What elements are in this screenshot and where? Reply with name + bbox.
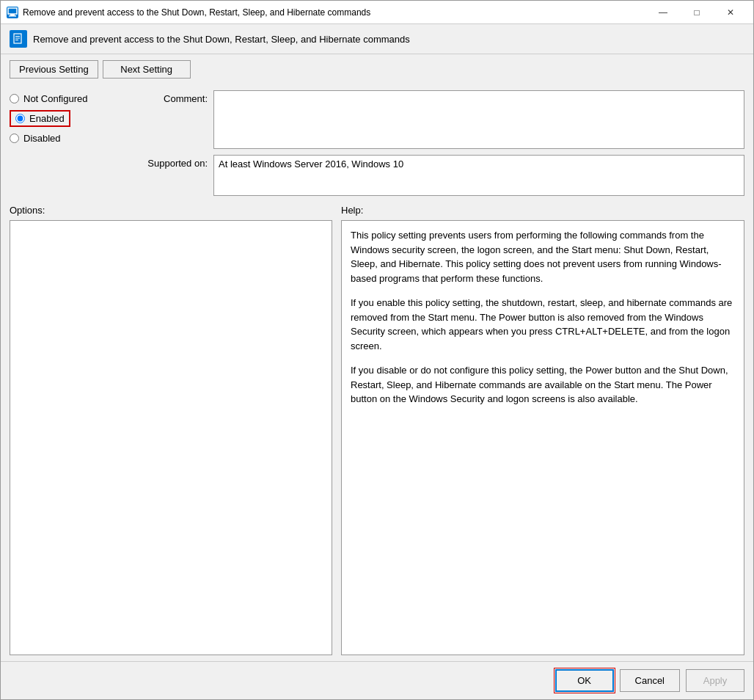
supported-field-group: Supported on: At least Windows Server 20… bbox=[134, 155, 744, 196]
close-button[interactable]: ✕ bbox=[714, 1, 747, 24]
comment-textarea[interactable] bbox=[213, 90, 744, 149]
apply-button[interactable]: Apply bbox=[686, 669, 744, 692]
header-bar: Remove and prevent access to the Shut Do… bbox=[1, 24, 753, 54]
svg-rect-5 bbox=[15, 38, 20, 39]
supported-value: At least Windows Server 2016, Windows 10 bbox=[213, 155, 744, 196]
ok-button[interactable]: OK bbox=[555, 669, 614, 692]
enabled-box: Enabled bbox=[10, 110, 70, 127]
comment-label: Comment: bbox=[134, 90, 208, 104]
options-label: Options: bbox=[10, 205, 332, 216]
bottom-section: Options: Help: This policy setting preve… bbox=[10, 205, 744, 655]
help-para-3: If you disable or do not configure this … bbox=[351, 363, 735, 406]
help-para-1: This policy setting prevents users from … bbox=[351, 228, 735, 285]
options-box bbox=[10, 220, 332, 655]
options-panel: Options: bbox=[10, 205, 332, 655]
next-setting-button[interactable]: Next Setting bbox=[103, 60, 191, 79]
disabled-label: Disabled bbox=[23, 133, 61, 144]
minimize-button[interactable]: — bbox=[646, 1, 680, 24]
svg-rect-2 bbox=[9, 15, 16, 17]
footer: OK Cancel Apply bbox=[1, 661, 753, 699]
app-icon bbox=[7, 7, 18, 18]
supported-label: Supported on: bbox=[134, 155, 208, 169]
main-window: Remove and prevent access to the Shut Do… bbox=[0, 0, 754, 700]
cancel-button[interactable]: Cancel bbox=[620, 669, 680, 692]
content-area: Not Configured Enabled Disabled Comment: bbox=[1, 84, 753, 661]
not-configured-radio[interactable] bbox=[10, 94, 19, 103]
window-controls: — □ ✕ bbox=[646, 1, 747, 24]
svg-rect-0 bbox=[8, 8, 17, 14]
disabled-option[interactable]: Disabled bbox=[10, 133, 134, 144]
maximize-button[interactable]: □ bbox=[680, 1, 714, 24]
top-section: Not Configured Enabled Disabled Comment: bbox=[10, 90, 744, 196]
not-configured-option[interactable]: Not Configured bbox=[10, 93, 134, 104]
window-title: Remove and prevent access to the Shut Do… bbox=[23, 7, 646, 18]
svg-rect-4 bbox=[15, 36, 20, 37]
enabled-radio[interactable] bbox=[15, 114, 25, 123]
policy-icon bbox=[10, 30, 27, 48]
enabled-label: Enabled bbox=[29, 113, 65, 124]
disabled-radio[interactable] bbox=[10, 134, 19, 143]
help-box: This policy setting prevents users from … bbox=[341, 220, 744, 655]
help-label: Help: bbox=[341, 205, 744, 216]
help-panel: Help: This policy setting prevents users… bbox=[341, 205, 744, 655]
comment-field-group: Comment: bbox=[134, 90, 744, 149]
nav-bar: Previous Setting Next Setting bbox=[1, 54, 753, 84]
svg-rect-6 bbox=[15, 40, 18, 40]
enabled-option[interactable]: Enabled bbox=[10, 110, 134, 127]
not-configured-label: Not Configured bbox=[23, 93, 87, 104]
comment-section: Comment: Supported on: At least Windows … bbox=[134, 90, 744, 196]
svg-rect-1 bbox=[10, 14, 15, 15]
radio-group: Not Configured Enabled Disabled bbox=[10, 90, 134, 196]
help-para-2: If you enable this policy setting, the s… bbox=[351, 296, 735, 353]
previous-setting-button[interactable]: Previous Setting bbox=[10, 60, 98, 79]
header-title: Remove and prevent access to the Shut Do… bbox=[33, 34, 410, 45]
title-bar: Remove and prevent access to the Shut Do… bbox=[1, 1, 753, 24]
